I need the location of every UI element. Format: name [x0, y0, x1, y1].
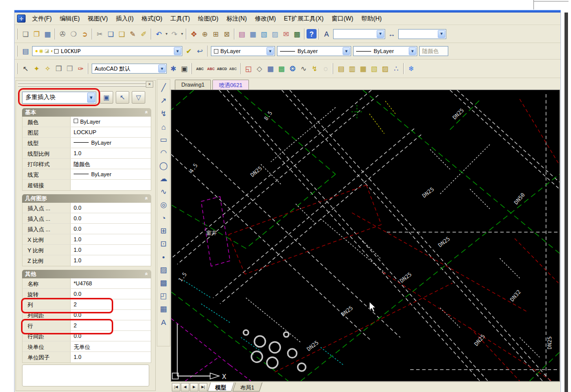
property-value[interactable]: 0.0: [71, 203, 151, 213]
spline-icon[interactable]: ∿: [158, 185, 169, 198]
text-style-combo[interactable]: ▼: [333, 29, 385, 39]
copy-icon[interactable]: ❏: [105, 29, 116, 40]
section-header[interactable]: 其他«: [22, 270, 151, 278]
plot-style-combo[interactable]: 随颜色: [419, 46, 448, 56]
sheet-tab[interactable]: 布局1: [232, 382, 262, 391]
dim-style-combo[interactable]: ▼: [398, 29, 446, 39]
make-block-icon[interactable]: ⊡: [158, 237, 169, 250]
dim-style-icon[interactable]: ↔: [386, 29, 397, 40]
layer-previous-icon[interactable]: ↩: [194, 46, 205, 57]
plot-preview-icon[interactable]: ❍: [68, 29, 79, 40]
quick-select-cursor-icon[interactable]: ↖: [20, 63, 31, 74]
section-header[interactable]: 基本«: [22, 108, 151, 117]
property-value[interactable]: 2: [71, 299, 151, 309]
property-value[interactable]: 0.0: [71, 224, 151, 234]
menu-item[interactable]: 帮助(H): [357, 13, 386, 25]
collapse-chevron-icon[interactable]: «: [144, 272, 150, 275]
multiline-text-icon[interactable]: A: [158, 315, 169, 328]
menu-item[interactable]: 视图(V): [84, 13, 112, 25]
menu-item[interactable]: ET扩展工具(X): [280, 13, 328, 25]
property-value[interactable]: *U4768: [71, 278, 151, 288]
property-value[interactable]: 1.0: [71, 245, 151, 255]
chevron-down-icon[interactable]: ▼: [158, 65, 166, 73]
layer-freeze-icon[interactable]: ❄: [406, 63, 417, 74]
chevron-down-icon[interactable]: ▼: [438, 30, 445, 38]
plot-icon[interactable]: ✇: [57, 29, 68, 40]
chevron-down-icon[interactable]: ▼: [87, 93, 95, 103]
workspace-settings-icon[interactable]: ✱: [168, 63, 179, 74]
isolate-objects-icon[interactable]: ✦: [31, 63, 42, 74]
circle-icon[interactable]: ◯: [158, 159, 169, 172]
property-value[interactable]: ByLayer: [71, 117, 151, 127]
region-icon[interactable]: ◰: [158, 289, 169, 302]
layer-match-icon[interactable]: ▥: [347, 63, 358, 74]
property-value[interactable]: 1.0: [71, 234, 151, 244]
chevron-down-icon[interactable]: ▼: [377, 30, 384, 38]
palette-grip[interactable]: ×: [18, 82, 153, 88]
property-value[interactable]: 0.0: [71, 213, 151, 223]
make-object-layer-current-icon[interactable]: ✔: [183, 46, 194, 57]
sheet-tab[interactable]: 模型: [207, 382, 234, 391]
revision-sketch-icon[interactable]: ∿: [298, 63, 309, 74]
image-attach-icon[interactable]: ▦: [265, 63, 276, 74]
sheet-set-manager-icon[interactable]: ▨: [269, 29, 280, 40]
arc-aligned-text-icon[interactable]: ABC: [227, 63, 238, 74]
hide-objects-icon[interactable]: ✧: [42, 63, 53, 74]
close-icon[interactable]: ×: [146, 81, 153, 88]
workspace-combo[interactable]: AutoCAD 默认▼: [92, 64, 167, 74]
chevron-down-icon[interactable]: ▼: [266, 47, 274, 55]
external-reference-icon[interactable]: ◱: [243, 63, 254, 74]
freeze-icon[interactable]: ◉: [39, 49, 44, 54]
layer-walk-icon[interactable]: ▤: [336, 63, 347, 74]
zoom-realtime-icon[interactable]: ⊕: [199, 29, 210, 40]
collapse-chevron-icon[interactable]: «: [144, 197, 150, 200]
properties-palette-icon[interactable]: ▤: [236, 29, 247, 40]
pan-icon[interactable]: ✥: [188, 29, 199, 40]
chevron-down-icon[interactable]: ▼: [343, 47, 350, 55]
section-header[interactable]: 几何图形«: [22, 194, 151, 203]
polygon-icon[interactable]: ⌂: [158, 120, 169, 133]
sheet-nav-button[interactable]: ◀: [181, 383, 189, 391]
color-combo[interactable]: ByLayer▼: [211, 46, 275, 56]
sheet-nav-button[interactable]: |◀: [172, 383, 180, 391]
gradient-icon[interactable]: ▩: [158, 276, 169, 289]
insert-block-icon[interactable]: ⊞: [158, 224, 169, 237]
property-value[interactable]: ByLayer: [71, 138, 151, 148]
arc-icon[interactable]: ◠: [158, 146, 169, 159]
new-icon[interactable]: ❏: [20, 29, 31, 40]
menu-item[interactable]: 工具(T): [166, 13, 194, 25]
format-painter-icon[interactable]: ✐: [138, 29, 149, 40]
my-workspace-icon[interactable]: ▣: [179, 63, 190, 74]
red-marker-brush-icon[interactable]: ✑: [75, 63, 86, 74]
bulb-icon[interactable]: ●: [35, 49, 38, 54]
layer-combo[interactable]: ●◉◪◖LOCKUP▼: [32, 46, 182, 56]
ellipse-icon[interactable]: ◎: [158, 198, 169, 211]
layer-isolate-icon[interactable]: ▧: [369, 63, 380, 74]
property-value[interactable]: ByLayer: [71, 169, 151, 179]
plot-icon[interactable]: ◪: [45, 49, 49, 54]
dropdown-arrow-icon[interactable]: ▾: [164, 29, 169, 40]
property-value[interactable]: LOCKUP: [71, 127, 151, 137]
property-value[interactable]: 1.0: [71, 255, 151, 266]
hyperlink-globe-icon[interactable]: ❂: [287, 63, 298, 74]
doc-tab[interactable]: Drawing1: [175, 80, 211, 90]
cut-icon[interactable]: ✂: [94, 29, 105, 40]
footprints-icon[interactable]: ∴: [391, 63, 402, 74]
menu-item[interactable]: 绘图(D): [194, 13, 222, 25]
polyline-icon[interactable]: ↯: [158, 107, 169, 120]
zoom-previous-icon[interactable]: ⊠: [221, 29, 232, 40]
quick-calc-icon[interactable]: ▩: [292, 29, 303, 40]
named-views-icon[interactable]: ◌: [320, 63, 331, 74]
menu-item[interactable]: 修改(M): [251, 13, 280, 25]
menu-item[interactable]: 标注(N): [222, 13, 251, 25]
ellipse-arc-icon[interactable]: ◔: [158, 211, 169, 224]
save-icon[interactable]: ▦: [42, 29, 53, 40]
zoom-window-icon[interactable]: ⊞: [210, 29, 221, 40]
image-adjust-icon[interactable]: ▩: [276, 63, 287, 74]
lineweight-combo[interactable]: ByLayer▼: [353, 46, 417, 56]
property-value[interactable]: 0.0: [71, 310, 151, 320]
model-canvas[interactable]: 8.54.51.5DN25DN25DN25DN25DN25DN32DN25DN2…: [171, 90, 560, 381]
sheet-nav-button[interactable]: ▶|: [199, 383, 207, 391]
layer-properties-manager-icon[interactable]: ▤: [20, 46, 31, 57]
doc-tab[interactable]: 喷洒0621: [212, 80, 248, 90]
